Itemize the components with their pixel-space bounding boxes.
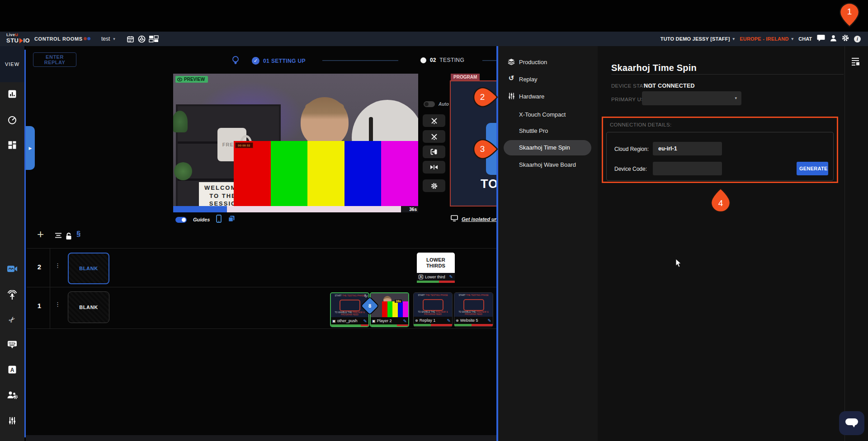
source-thumb-player-2[interactable]: 36s ▣ Player 2 ✎ <box>370 292 409 327</box>
align-layers-icon[interactable] <box>55 232 62 240</box>
device-code-label: Device Code: <box>614 166 647 172</box>
push-source-icon: ▣ <box>332 319 336 323</box>
view-tab[interactable]: VIEW <box>0 46 24 82</box>
panel-collapse-icon[interactable] <box>851 57 860 68</box>
device-code-field[interactable] <box>653 162 722 175</box>
support-chat-button[interactable] <box>839 411 864 435</box>
plant <box>173 111 188 132</box>
nav-item-shuttle-pro[interactable]: Shuttle Pro <box>498 127 598 136</box>
nav-item-skaarhoj-time-spin[interactable]: Skaarhoj Time Spin <box>504 140 591 155</box>
control-rooms-link[interactable]: CONTROL ROOMS <box>34 36 83 42</box>
source-thumb-other-push[interactable]: START THE TESTING PHASE TO ENABLE THE PR… <box>330 292 369 327</box>
player-source-icon: ▣ <box>372 319 376 323</box>
device-status-value: NOT CONNECTED <box>644 83 695 89</box>
auto-toggle[interactable] <box>424 101 435 107</box>
lock-icon[interactable] <box>66 232 72 242</box>
layer-2-blank-source[interactable]: BLANK <box>68 253 109 284</box>
mix-button[interactable] <box>423 161 445 174</box>
helmet-icon[interactable] <box>137 35 146 43</box>
logo-line1: LiveU <box>6 33 30 37</box>
info-icon[interactable]: i <box>854 36 861 42</box>
timeline-divider <box>27 287 496 287</box>
lower-thirds-asset[interactable]: LOWER THIRDS A Lower third ✎ <box>417 253 455 283</box>
primary-user-select[interactable]: ▾ <box>642 91 741 105</box>
step-setting-up[interactable]: ✓ 01 SETTING UP <box>252 57 306 65</box>
layer-2-drag-handle[interactable]: ⋮ <box>55 262 61 269</box>
preview-player[interactable]: FRESH WELCOME TO THE SESSIO 00:00:32 <box>173 74 418 212</box>
timecode-chip: 00:00:32 <box>235 142 253 148</box>
audio-sliders-icon[interactable] <box>0 417 24 427</box>
nav-item-hardware[interactable]: Hardware <box>498 93 598 102</box>
globe-icon: ⊕ <box>415 319 418 323</box>
cut-button[interactable] <box>423 114 445 127</box>
check-circle-icon: ✓ <box>252 57 259 65</box>
placeholder-frame <box>340 300 360 311</box>
edit-pencil-icon[interactable]: ✎ <box>488 318 491 323</box>
source-thumb-replay-1[interactable]: START THE TESTING PHASE TO ENABLE THE PR… <box>413 292 453 327</box>
person-icon[interactable] <box>830 35 837 43</box>
lightbulb-icon[interactable] <box>231 56 240 67</box>
group-count-badge[interactable]: 8 <box>362 298 378 314</box>
dashboard-grid-icon[interactable] <box>0 141 24 151</box>
transition-settings-button[interactable] <box>423 179 445 192</box>
thumb-preview: START THE TESTING PHASE TO ENABLE THE PR… <box>414 293 452 317</box>
source-thumb-website-5[interactable]: START THE TESTING PHASE TO ENABLE THE PR… <box>454 292 493 327</box>
gauge-icon[interactable] <box>0 116 24 127</box>
add-layer-button[interactable]: + <box>37 229 44 239</box>
cut-button-2[interactable] <box>423 130 445 143</box>
user-menu[interactable]: TUTO DEMO JESSY [STAFF] ▾ <box>660 36 735 42</box>
svg-text:A: A <box>10 367 14 373</box>
room-select[interactable]: test ▾ <box>101 36 115 42</box>
cloud-region-field[interactable]: eu-irl-1 <box>653 142 722 155</box>
video-camera-icon[interactable] <box>0 265 24 275</box>
left-panel-handle[interactable]: ▶ <box>26 126 35 170</box>
thumb-label-bar: ⊕ Replay 1 ✎ <box>414 317 452 324</box>
step-testing[interactable]: 02 TESTING <box>420 57 464 63</box>
nav-item-production[interactable]: Production <box>498 58 598 67</box>
broadcast-antenna-icon[interactable] <box>0 290 24 302</box>
edit-pencil-icon[interactable]: ✎ <box>447 318 451 323</box>
enter-replay-button[interactable]: ENTER REPLAY <box>33 52 76 67</box>
titles-a-icon[interactable]: A <box>0 365 24 376</box>
get-isolated-url-link[interactable]: Get isolated url <box>462 216 498 222</box>
edit-pencil-icon[interactable]: ✎ <box>403 319 407 324</box>
timeline-divider <box>27 248 496 249</box>
nav-item-skaarhoj-wave-board[interactable]: Skaarhoj Wave Board <box>498 161 598 170</box>
link-chain-icon[interactable]: § <box>76 230 80 239</box>
refresh-icon[interactable]: ↻ <box>364 294 368 298</box>
mouse-cursor <box>675 258 682 270</box>
generate-button[interactable]: GENERATE <box>797 162 828 175</box>
annotation-pin-3: 3 <box>472 137 499 161</box>
mobile-preview-icon[interactable] <box>216 215 222 225</box>
nav-item-x-touch-compact[interactable]: X-Touch Compact <box>498 111 598 120</box>
gear-icon[interactable] <box>842 34 849 43</box>
preview-progress-bar[interactable]: 36s <box>173 206 418 212</box>
scissors-icon[interactable]: ✂ <box>0 308 24 332</box>
timeline-track-divider <box>50 248 50 328</box>
copy-layers-icon[interactable] <box>228 215 235 224</box>
chat-bubble-icon[interactable] <box>817 34 825 43</box>
color-bars-overlay: 00:00:32 <box>234 141 418 212</box>
lower-thirds-card[interactable]: LOWER THIRDS <box>417 253 455 273</box>
transition-button[interactable] <box>423 145 445 158</box>
chart-panel-icon[interactable] <box>0 89 24 100</box>
nav-item-replay[interactable]: ↺ Replay <box>498 75 598 84</box>
team-settings-icon[interactable] <box>0 390 24 401</box>
edit-pencil-icon[interactable]: ✎ <box>449 274 453 279</box>
replay-icon: ↺ <box>507 74 515 82</box>
play-triangle-icon <box>19 38 23 43</box>
edit-pencil-icon[interactable]: ✎ <box>363 319 367 324</box>
chat-label[interactable]: CHAT <box>798 36 812 42</box>
layer-1-drag-handle[interactable]: ⋮ <box>55 301 61 308</box>
region-menu[interactable]: EUROPE - IRELAND ▾ <box>740 36 793 42</box>
calendar-icon[interactable] <box>125 35 135 43</box>
annotation-pin-2: 2 <box>472 85 499 109</box>
liveu-studio-logo[interactable]: LiveU STUIO <box>6 33 30 43</box>
keyboard-comment-icon[interactable] <box>0 340 24 351</box>
health-strip <box>331 324 368 327</box>
multiview-layout-icon[interactable] <box>149 35 159 43</box>
layer-1-blank-source[interactable]: BLANK <box>68 291 109 323</box>
guides-toggle[interactable] <box>175 217 187 223</box>
annotation-pin-1: 1 <box>838 2 861 28</box>
hardware-sliders-icon <box>507 93 515 101</box>
